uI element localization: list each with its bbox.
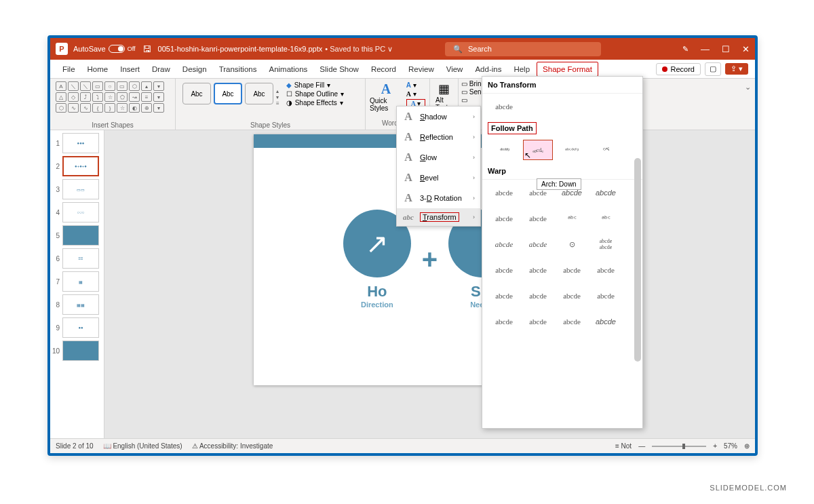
shape-style-1[interactable]: Abc: [182, 83, 211, 104]
warp-preset[interactable]: abcde: [489, 311, 519, 332]
warp-preset[interactable]: abcde: [489, 234, 519, 254]
warp-preset[interactable]: abcde: [591, 260, 621, 280]
shapes-gallery[interactable]: A＼＼▭○▭⬡▴▾ △◇⤴⤵☆⬠↝≡▾ ⬡∿∿{}☆◐⊕▾: [56, 81, 164, 113]
thumb-5[interactable]: [62, 225, 99, 246]
preset-button[interactable]: ᴳʰⁱʲ: [591, 140, 621, 160]
shape-style-3[interactable]: Abc: [245, 83, 273, 104]
tab-help[interactable]: Help: [508, 62, 535, 76]
thumb-6[interactable]: ≡≡: [62, 248, 99, 269]
save-icon[interactable]: 🖫: [142, 44, 151, 54]
transform-flyout: No Transform abcde Follow Path ᵃᵇᶜᵈᵉᶠᵍ ₐ…: [482, 76, 643, 429]
tab-record[interactable]: Record: [366, 62, 402, 76]
shape-outline-button[interactable]: ☐Shape Outline ▾: [286, 90, 344, 98]
accessibility-status[interactable]: ⚠ Accessibility: Investigate: [192, 442, 273, 450]
search-icon: 🔍: [453, 45, 463, 54]
zoom-slider[interactable]: [652, 446, 706, 447]
menu-glow[interactable]: AGlow›: [397, 147, 480, 168]
thumb-4[interactable]: ○○○: [62, 202, 99, 222]
shape-fill-button[interactable]: ◆Shape Fill ▾: [286, 81, 344, 89]
thumb-1[interactable]: ●●●: [62, 133, 99, 153]
notes-button[interactable]: ≡ Not: [615, 442, 632, 450]
record-button[interactable]: Record: [656, 63, 700, 75]
thumb-3[interactable]: ▭▭: [62, 179, 99, 199]
menu-transform[interactable]: abcTransform›: [397, 208, 480, 226]
warp-preset[interactable]: abcde: [591, 286, 621, 306]
warp-preset[interactable]: abcde: [523, 208, 553, 229]
tab-transitions[interactable]: Transitions: [214, 62, 263, 76]
warp-preset[interactable]: abcde: [557, 311, 587, 332]
warp-preset[interactable]: abcde: [523, 286, 553, 306]
tab-draw[interactable]: Draw: [147, 62, 176, 76]
warp-preset[interactable]: abcde: [557, 260, 587, 280]
preset-circle[interactable]: ᵃᵇᶜᵈᵉᶠᵍ: [557, 140, 587, 160]
watermark: SLIDEMODEL.COM: [710, 484, 787, 492]
autosave-toggle[interactable]: AutoSave Off: [73, 45, 136, 53]
maximize-button[interactable]: ☐: [722, 44, 730, 54]
tab-home[interactable]: Home: [82, 62, 114, 76]
filename: 0051-hoshin-kanri-powerpoint-template-16…: [158, 45, 323, 53]
present-button[interactable]: ▢: [705, 62, 721, 76]
plus-icon: +: [422, 244, 438, 275]
section-follow-path: Follow Path: [488, 122, 537, 134]
warp-preset[interactable]: abcde: [523, 234, 553, 254]
group-shape-styles: Shape Styles: [181, 120, 360, 129]
section-no-transform: No Transform: [482, 77, 642, 94]
share-button[interactable]: ⇪ ▾: [725, 63, 748, 75]
thumb-8[interactable]: ▦▦: [62, 294, 99, 315]
preset-none[interactable]: abcde: [489, 96, 519, 117]
warp-preset[interactable]: abcde: [489, 260, 519, 280]
cursor-icon: ↖: [524, 151, 531, 160]
flyout-scrollbar[interactable]: [634, 158, 641, 362]
text-outline-button[interactable]: A ▾: [406, 90, 425, 98]
menu-bevel[interactable]: ABevel›: [397, 168, 480, 188]
slide-thumbnails[interactable]: 1●●● 2●+●+● 3▭▭ 4○○○ 5 6≡≡ 7▦ 8▦▦ 9●● 10: [50, 130, 104, 438]
tab-slideshow[interactable]: Slide Show: [314, 62, 364, 76]
pen-icon[interactable]: ✎: [682, 45, 689, 54]
language-status[interactable]: 📖 English (United States): [103, 442, 182, 450]
warp-preset[interactable]: abcde: [557, 286, 587, 306]
thumb-2[interactable]: ●+●+●: [62, 156, 99, 176]
label-ho: Ho: [343, 283, 411, 301]
minimize-button[interactable]: —: [701, 44, 710, 54]
menu-reflection[interactable]: AReflection›: [397, 127, 480, 147]
tab-insert[interactable]: Insert: [115, 62, 145, 76]
warp-preset[interactable]: abcde: [591, 311, 621, 332]
warp-preset[interactable]: abcde: [523, 260, 553, 280]
text-fill-button[interactable]: A ▾: [406, 81, 425, 89]
slide-counter: Slide 2 of 10: [56, 442, 94, 450]
warp-preset[interactable]: abcde: [489, 208, 519, 229]
close-button[interactable]: ✕: [742, 44, 750, 54]
preset-arch-up[interactable]: ᵃᵇᶜᵈᵉᶠᵍ: [489, 140, 519, 160]
shape-style-2[interactable]: Abc: [214, 83, 242, 104]
thumb-9[interactable]: ●●: [62, 317, 99, 338]
menu-shadow[interactable]: AShadow›: [397, 106, 480, 127]
saved-status: • Saved to this PC ∨: [325, 45, 393, 54]
warp-preset[interactable]: abcde: [591, 182, 621, 203]
tab-shape-format[interactable]: Shape Format: [537, 62, 598, 77]
search-input[interactable]: 🔍 Search: [445, 42, 601, 56]
app-icon: P: [56, 43, 68, 55]
warp-preset[interactable]: abcde: [489, 182, 519, 203]
warp-preset[interactable]: abcdeabcde: [591, 234, 621, 254]
tab-file[interactable]: File: [57, 62, 81, 76]
warp-preset[interactable]: ᵃᵇᶜ: [591, 208, 621, 229]
thumb-10[interactable]: [62, 341, 99, 361]
sublabel-direction: Direction: [343, 301, 411, 309]
warp-preset[interactable]: ⊙: [557, 234, 587, 254]
tab-review[interactable]: Review: [403, 62, 440, 76]
zoom-level[interactable]: 57%: [724, 442, 737, 450]
text-effects-menu: AShadow› AReflection› AGlow› ABevel› A3-…: [396, 106, 481, 227]
tab-animations[interactable]: Animations: [263, 62, 313, 76]
warp-preset[interactable]: abcde: [489, 286, 519, 306]
tab-view[interactable]: View: [441, 62, 469, 76]
tooltip-arch-down: Arch: Down: [537, 178, 581, 190]
tab-design[interactable]: Design: [177, 62, 212, 76]
fit-button[interactable]: ⊕: [744, 442, 750, 450]
tab-addins[interactable]: Add-ins: [469, 62, 507, 76]
thumb-7[interactable]: ▦: [62, 271, 99, 292]
menu-3d-rotation[interactable]: A3-D Rotation›: [397, 188, 480, 208]
shape-effects-button[interactable]: ◑Shape Effects ▾: [286, 99, 344, 106]
warp-preset[interactable]: ᵃᵇᶜ: [557, 208, 587, 229]
group-insert-shapes: Insert Shapes: [56, 120, 170, 129]
warp-preset[interactable]: abcde: [523, 311, 553, 332]
